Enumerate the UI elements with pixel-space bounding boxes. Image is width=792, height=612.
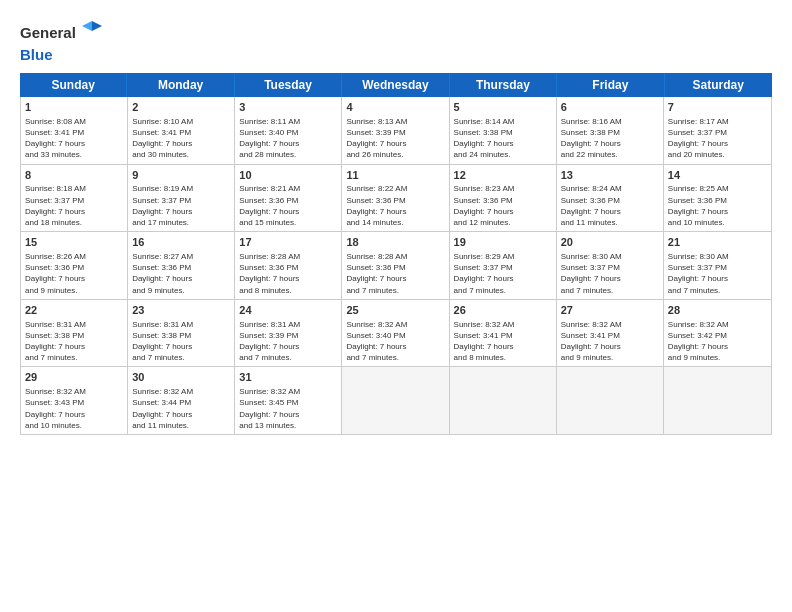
cell-info-line: Sunset: 3:37 PM [25,195,123,206]
weekday-header-monday: Monday [127,73,234,97]
calendar-day-28: 28Sunrise: 8:32 AMSunset: 3:42 PMDayligh… [664,300,771,367]
cell-info-line: Sunset: 3:37 PM [668,127,767,138]
cell-info-line: Sunset: 3:38 PM [132,330,230,341]
day-number: 15 [25,235,123,250]
cell-info-line: and 11 minutes. [132,420,230,431]
cell-info-line: Sunrise: 8:11 AM [239,116,337,127]
day-number: 20 [561,235,659,250]
logo-blue: Blue [20,46,106,63]
calendar-day-31: 31Sunrise: 8:32 AMSunset: 3:45 PMDayligh… [235,367,342,434]
cell-info-line: and 7 minutes. [454,285,552,296]
cell-info-line: and 9 minutes. [561,352,659,363]
cell-info-line: Sunset: 3:36 PM [239,195,337,206]
day-number: 29 [25,370,123,385]
cell-info-line: Daylight: 7 hours [668,206,767,217]
cell-info-line: Sunset: 3:41 PM [561,330,659,341]
calendar-day-3: 3Sunrise: 8:11 AMSunset: 3:40 PMDaylight… [235,97,342,164]
logo: General Blue [20,18,106,63]
cell-info-line: and 24 minutes. [454,149,552,160]
calendar-day-20: 20Sunrise: 8:30 AMSunset: 3:37 PMDayligh… [557,232,664,299]
cell-info-line: Daylight: 7 hours [346,206,444,217]
calendar-day-29: 29Sunrise: 8:32 AMSunset: 3:43 PMDayligh… [21,367,128,434]
cell-info-line: Daylight: 7 hours [561,138,659,149]
cell-info-line: Sunset: 3:40 PM [346,330,444,341]
day-number: 31 [239,370,337,385]
cell-info-line: Daylight: 7 hours [239,273,337,284]
cell-info-line: Sunset: 3:41 PM [25,127,123,138]
day-number: 23 [132,303,230,318]
cell-info-line: and 8 minutes. [239,285,337,296]
cell-info-line: Sunrise: 8:22 AM [346,183,444,194]
cell-info-line: Sunrise: 8:31 AM [239,319,337,330]
cell-info-line: Sunrise: 8:10 AM [132,116,230,127]
cell-info-line: Daylight: 7 hours [132,206,230,217]
cell-info-line: Daylight: 7 hours [25,138,123,149]
cell-info-line: Daylight: 7 hours [132,341,230,352]
calendar-day-30: 30Sunrise: 8:32 AMSunset: 3:44 PMDayligh… [128,367,235,434]
calendar-day-26: 26Sunrise: 8:32 AMSunset: 3:41 PMDayligh… [450,300,557,367]
cell-info-line: Sunset: 3:41 PM [454,330,552,341]
cell-info-line: Daylight: 7 hours [561,341,659,352]
calendar-day-12: 12Sunrise: 8:23 AMSunset: 3:36 PMDayligh… [450,165,557,232]
cell-info-line: Daylight: 7 hours [132,138,230,149]
day-number: 5 [454,100,552,115]
cell-info-line: Daylight: 7 hours [668,341,767,352]
cell-info-line: and 14 minutes. [346,217,444,228]
calendar-row-4: 22Sunrise: 8:31 AMSunset: 3:38 PMDayligh… [21,300,771,368]
cell-info-line: and 7 minutes. [239,352,337,363]
cell-info-line: Daylight: 7 hours [25,273,123,284]
day-number: 11 [346,168,444,183]
cell-info-line: Sunset: 3:38 PM [561,127,659,138]
day-number: 16 [132,235,230,250]
weekday-header-thursday: Thursday [450,73,557,97]
cell-info-line: Sunrise: 8:19 AM [132,183,230,194]
cell-info-line: Sunrise: 8:23 AM [454,183,552,194]
cell-info-line: Sunrise: 8:27 AM [132,251,230,262]
cell-info-line: Sunset: 3:37 PM [454,262,552,273]
cell-info-line: Daylight: 7 hours [454,206,552,217]
cell-info-line: Daylight: 7 hours [239,206,337,217]
cell-info-line: Sunrise: 8:13 AM [346,116,444,127]
cell-info-line: Sunset: 3:43 PM [25,397,123,408]
cell-info-line: Sunrise: 8:26 AM [25,251,123,262]
calendar-day-5: 5Sunrise: 8:14 AMSunset: 3:38 PMDaylight… [450,97,557,164]
cell-info-line: Daylight: 7 hours [454,138,552,149]
weekday-header-wednesday: Wednesday [342,73,449,97]
cell-info-line: Sunrise: 8:28 AM [346,251,444,262]
calendar-row-3: 15Sunrise: 8:26 AMSunset: 3:36 PMDayligh… [21,232,771,300]
cell-info-line: Daylight: 7 hours [346,138,444,149]
cell-info-line: and 18 minutes. [25,217,123,228]
cell-info-line: Daylight: 7 hours [346,341,444,352]
cell-info-line: Sunset: 3:36 PM [454,195,552,206]
cell-info-line: Sunset: 3:45 PM [239,397,337,408]
day-number: 25 [346,303,444,318]
day-number: 21 [668,235,767,250]
cell-info-line: Daylight: 7 hours [25,206,123,217]
cell-info-line: Daylight: 7 hours [239,341,337,352]
calendar-day-22: 22Sunrise: 8:31 AMSunset: 3:38 PMDayligh… [21,300,128,367]
calendar-empty-cell [342,367,449,434]
day-number: 27 [561,303,659,318]
cell-info-line: Daylight: 7 hours [561,273,659,284]
cell-info-line: Sunrise: 8:14 AM [454,116,552,127]
weekday-header-friday: Friday [557,73,664,97]
cell-info-line: Sunset: 3:39 PM [346,127,444,138]
day-number: 3 [239,100,337,115]
cell-info-line: Sunrise: 8:32 AM [668,319,767,330]
cell-info-line: and 10 minutes. [668,217,767,228]
cell-info-line: Sunrise: 8:30 AM [561,251,659,262]
calendar-day-7: 7Sunrise: 8:17 AMSunset: 3:37 PMDaylight… [664,97,771,164]
cell-info-line: Sunset: 3:39 PM [239,330,337,341]
calendar-day-27: 27Sunrise: 8:32 AMSunset: 3:41 PMDayligh… [557,300,664,367]
cell-info-line: Sunrise: 8:30 AM [668,251,767,262]
cell-info-line: Sunrise: 8:08 AM [25,116,123,127]
cell-info-line: Sunrise: 8:32 AM [346,319,444,330]
cell-info-line: and 28 minutes. [239,149,337,160]
day-number: 1 [25,100,123,115]
logo-flag-icon [78,18,106,46]
cell-info-line: Sunrise: 8:31 AM [132,319,230,330]
day-number: 17 [239,235,337,250]
day-number: 24 [239,303,337,318]
day-number: 12 [454,168,552,183]
cell-info-line: and 30 minutes. [132,149,230,160]
